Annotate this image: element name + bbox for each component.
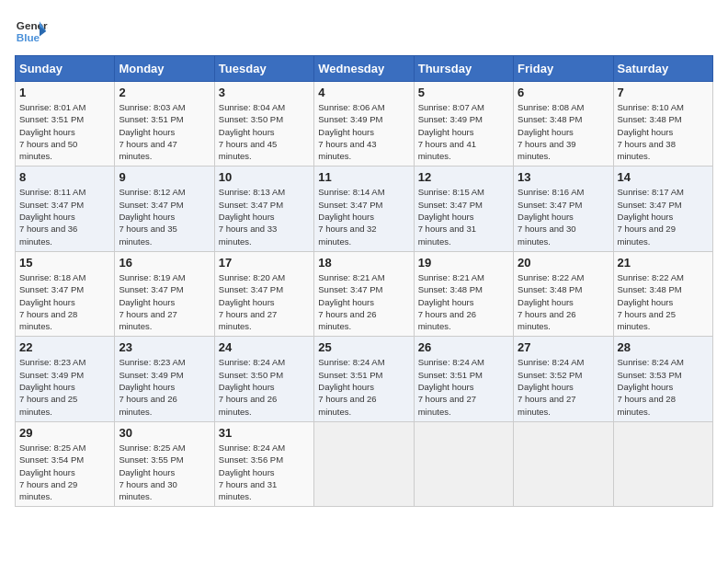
calendar-cell: 25Sunrise: 8:24 AMSunset: 3:51 PMDayligh… xyxy=(314,337,414,421)
day-number: 3 xyxy=(219,86,310,99)
day-number: 20 xyxy=(518,256,609,270)
calendar-cell: 4Sunrise: 8:06 AMSunset: 3:49 PMDaylight… xyxy=(314,82,414,167)
calendar-cell xyxy=(414,421,513,506)
calendar-cell: 1Sunrise: 8:01 AMSunset: 3:51 PMDaylight… xyxy=(16,82,115,167)
calendar-cell xyxy=(613,421,712,506)
day-info: Sunrise: 8:20 AMSunset: 3:47 PMDaylight … xyxy=(219,271,310,332)
day-number: 1 xyxy=(19,86,110,99)
day-number: 27 xyxy=(518,340,609,354)
day-info: Sunrise: 8:11 AMSunset: 3:47 PMDaylight … xyxy=(19,186,110,247)
day-info: Sunrise: 8:08 AMSunset: 3:48 PMDaylight … xyxy=(518,101,609,162)
day-number: 9 xyxy=(119,170,210,184)
day-number: 4 xyxy=(318,86,409,99)
day-info: Sunrise: 8:21 AMSunset: 3:48 PMDaylight … xyxy=(418,271,509,332)
day-number: 24 xyxy=(219,340,310,354)
day-info: Sunrise: 8:24 AMSunset: 3:53 PMDaylight … xyxy=(618,356,709,417)
day-number: 22 xyxy=(19,340,110,354)
calendar-cell: 13Sunrise: 8:16 AMSunset: 3:47 PMDayligh… xyxy=(514,167,613,251)
day-number: 14 xyxy=(618,170,709,184)
day-info: Sunrise: 8:10 AMSunset: 3:48 PMDaylight … xyxy=(618,101,709,162)
calendar-cell: 28Sunrise: 8:24 AMSunset: 3:53 PMDayligh… xyxy=(613,337,712,421)
day-info: Sunrise: 8:01 AMSunset: 3:51 PMDaylight … xyxy=(19,101,110,162)
day-info: Sunrise: 8:22 AMSunset: 3:48 PMDaylight … xyxy=(618,271,709,332)
day-number: 21 xyxy=(618,256,709,270)
day-number: 2 xyxy=(119,86,210,99)
day-of-week-saturday: Saturday xyxy=(613,56,712,82)
calendar-cell: 21Sunrise: 8:22 AMSunset: 3:48 PMDayligh… xyxy=(613,251,712,336)
day-info: Sunrise: 8:25 AMSunset: 3:54 PMDaylight … xyxy=(19,442,110,502)
calendar-cell: 17Sunrise: 8:20 AMSunset: 3:47 PMDayligh… xyxy=(214,251,313,336)
calendar-cell: 29Sunrise: 8:25 AMSunset: 3:54 PMDayligh… xyxy=(16,421,115,506)
calendar-cell: 8Sunrise: 8:11 AMSunset: 3:47 PMDaylight… xyxy=(16,167,115,251)
day-info: Sunrise: 8:18 AMSunset: 3:47 PMDaylight … xyxy=(19,271,110,332)
day-number: 31 xyxy=(219,426,310,440)
day-info: Sunrise: 8:06 AMSunset: 3:49 PMDaylight … xyxy=(318,101,409,162)
day-info: Sunrise: 8:07 AMSunset: 3:49 PMDaylight … xyxy=(418,101,509,162)
calendar-cell: 24Sunrise: 8:24 AMSunset: 3:50 PMDayligh… xyxy=(214,337,313,421)
day-number: 25 xyxy=(318,340,409,354)
day-info: Sunrise: 8:23 AMSunset: 3:49 PMDaylight … xyxy=(119,356,210,417)
calendar-cell: 16Sunrise: 8:19 AMSunset: 3:47 PMDayligh… xyxy=(115,251,214,336)
day-info: Sunrise: 8:14 AMSunset: 3:47 PMDaylight … xyxy=(318,186,409,247)
day-of-week-wednesday: Wednesday xyxy=(314,56,414,82)
calendar-cell: 11Sunrise: 8:14 AMSunset: 3:47 PMDayligh… xyxy=(314,167,414,251)
day-number: 23 xyxy=(119,340,210,354)
logo: General Blue xyxy=(15,15,48,48)
day-info: Sunrise: 8:24 AMSunset: 3:51 PMDaylight … xyxy=(418,356,509,417)
day-info: Sunrise: 8:03 AMSunset: 3:51 PMDaylight … xyxy=(119,101,210,162)
day-info: Sunrise: 8:13 AMSunset: 3:47 PMDaylight … xyxy=(219,186,310,247)
calendar-cell: 18Sunrise: 8:21 AMSunset: 3:47 PMDayligh… xyxy=(314,251,414,336)
header: General Blue xyxy=(15,15,713,48)
day-info: Sunrise: 8:25 AMSunset: 3:55 PMDaylight … xyxy=(119,442,210,502)
calendar-cell: 23Sunrise: 8:23 AMSunset: 3:49 PMDayligh… xyxy=(115,337,214,421)
day-number: 26 xyxy=(418,340,509,354)
week-row-1: 1Sunrise: 8:01 AMSunset: 3:51 PMDaylight… xyxy=(16,82,713,167)
day-number: 6 xyxy=(518,86,609,99)
calendar-cell xyxy=(514,421,613,506)
day-number: 29 xyxy=(19,426,110,440)
day-number: 7 xyxy=(618,86,709,99)
calendar: SundayMondayTuesdayWednesdayThursdayFrid… xyxy=(15,55,713,507)
day-of-week-friday: Friday xyxy=(514,56,613,82)
day-info: Sunrise: 8:24 AMSunset: 3:50 PMDaylight … xyxy=(219,356,310,417)
day-info: Sunrise: 8:24 AMSunset: 3:52 PMDaylight … xyxy=(518,356,609,417)
day-number: 12 xyxy=(418,170,509,184)
day-number: 18 xyxy=(318,256,409,270)
svg-text:Blue: Blue xyxy=(17,31,40,43)
calendar-cell: 31Sunrise: 8:24 AMSunset: 3:56 PMDayligh… xyxy=(214,421,313,506)
calendar-cell: 26Sunrise: 8:24 AMSunset: 3:51 PMDayligh… xyxy=(414,337,513,421)
week-row-2: 8Sunrise: 8:11 AMSunset: 3:47 PMDaylight… xyxy=(16,167,713,251)
day-info: Sunrise: 8:24 AMSunset: 3:51 PMDaylight … xyxy=(318,356,409,417)
day-of-week-thursday: Thursday xyxy=(414,56,513,82)
calendar-cell: 2Sunrise: 8:03 AMSunset: 3:51 PMDaylight… xyxy=(115,82,214,167)
day-number: 17 xyxy=(219,256,310,270)
calendar-cell: 12Sunrise: 8:15 AMSunset: 3:47 PMDayligh… xyxy=(414,167,513,251)
day-info: Sunrise: 8:21 AMSunset: 3:47 PMDaylight … xyxy=(318,271,409,332)
calendar-cell: 14Sunrise: 8:17 AMSunset: 3:47 PMDayligh… xyxy=(613,167,712,251)
day-info: Sunrise: 8:24 AMSunset: 3:56 PMDaylight … xyxy=(219,442,310,502)
day-number: 30 xyxy=(119,426,210,440)
calendar-cell: 6Sunrise: 8:08 AMSunset: 3:48 PMDaylight… xyxy=(514,82,613,167)
calendar-cell: 5Sunrise: 8:07 AMSunset: 3:49 PMDaylight… xyxy=(414,82,513,167)
day-info: Sunrise: 8:17 AMSunset: 3:47 PMDaylight … xyxy=(618,186,709,247)
day-number: 8 xyxy=(19,170,110,184)
calendar-cell: 30Sunrise: 8:25 AMSunset: 3:55 PMDayligh… xyxy=(115,421,214,506)
week-row-5: 29Sunrise: 8:25 AMSunset: 3:54 PMDayligh… xyxy=(16,421,713,506)
calendar-cell: 3Sunrise: 8:04 AMSunset: 3:50 PMDaylight… xyxy=(214,82,313,167)
calendar-cell: 15Sunrise: 8:18 AMSunset: 3:47 PMDayligh… xyxy=(16,251,115,336)
day-number: 15 xyxy=(19,256,110,270)
calendar-cell: 9Sunrise: 8:12 AMSunset: 3:47 PMDaylight… xyxy=(115,167,214,251)
day-info: Sunrise: 8:04 AMSunset: 3:50 PMDaylight … xyxy=(219,101,310,162)
day-number: 11 xyxy=(318,170,409,184)
calendar-cell: 20Sunrise: 8:22 AMSunset: 3:48 PMDayligh… xyxy=(514,251,613,336)
week-row-3: 15Sunrise: 8:18 AMSunset: 3:47 PMDayligh… xyxy=(16,251,713,336)
calendar-cell: 19Sunrise: 8:21 AMSunset: 3:48 PMDayligh… xyxy=(414,251,513,336)
day-number: 16 xyxy=(119,256,210,270)
day-info: Sunrise: 8:16 AMSunset: 3:47 PMDaylight … xyxy=(518,186,609,247)
day-of-week-monday: Monday xyxy=(115,56,214,82)
calendar-cell: 7Sunrise: 8:10 AMSunset: 3:48 PMDaylight… xyxy=(613,82,712,167)
day-info: Sunrise: 8:19 AMSunset: 3:47 PMDaylight … xyxy=(119,271,210,332)
week-row-4: 22Sunrise: 8:23 AMSunset: 3:49 PMDayligh… xyxy=(16,337,713,421)
day-info: Sunrise: 8:23 AMSunset: 3:49 PMDaylight … xyxy=(19,356,110,417)
day-number: 19 xyxy=(418,256,509,270)
